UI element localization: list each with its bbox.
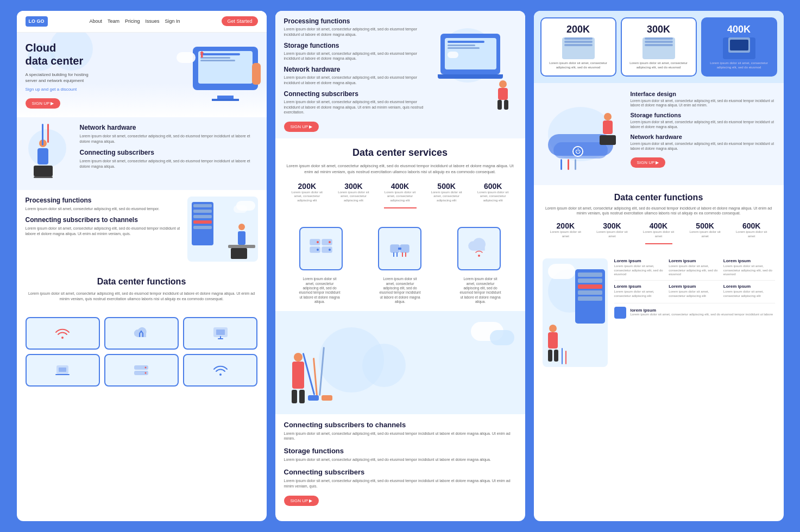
p3-network-text: Lorem ipsum dolor sit amet, consectetur … [631,142,775,151]
nav-links: About Team Pricing Issues Sign In [54,18,216,24]
p3-lorem-text: lorem ipsum Lorem ipsum dolor sit amet, … [631,308,773,317]
services-text: Lorem ipsum dolor sit amet, consectetur … [284,163,516,175]
p3-col-2-r1: Lorem ipsum Lorem ipsum dolor sit amet, … [669,258,720,277]
hero-signup-button[interactable]: SIGN UP ▶ [26,98,61,109]
p3-storage-title: Storage functions [631,112,775,118]
p3-col-2-r2: Lorem ipsum Lorem ipsum dolor sit amet, … [669,284,720,299]
hero-text: Clouddata center A specialized building … [26,41,166,109]
cable-wire2 [47,124,49,143]
svg-rect-17 [400,245,409,252]
svg-rect-1 [216,330,225,335]
nav-issues[interactable]: Issues [145,18,159,24]
nav-about[interactable]: About [89,18,102,24]
svg-point-7 [145,372,147,373]
p3-server-person-illus [543,258,608,367]
nav-bar: LO GO About Team Pricing Issues Sign In … [17,11,267,33]
icon-wifi [26,317,100,350]
wifi-icon [54,325,71,342]
hero-illustration: ⬆ [171,41,258,106]
card-illus-3 [723,37,755,59]
p2-cloud2 [490,330,514,345]
p3-stat-400k: 400K Lorem ipsum dolor sit amet [639,221,677,239]
p3-col-1-r1: Lorem ipsum Lorem ipsum dolor sit amet, … [614,258,666,277]
p3-card-300k: 300K Lorem ipsum dolor sit amet, consect… [621,17,697,77]
p3-stat-500k: 500K Lorem ipsum dolor sit amet [686,221,724,239]
p3-card-200k: 200K Lorem ipsum dolor sit amet, consect… [540,17,616,77]
icon-cloud [104,317,179,350]
panel-3: 200K Lorem ipsum dolor sit amet, consect… [534,11,784,521]
p3-dc-title: Data center functions [543,193,775,202]
p2-conn-channels-title: Connecting subscribers to channels [284,421,516,429]
p3-stat-cards: 200K Lorem ipsum dolor sit amet, consect… [534,11,784,83]
p2-network-title: Network hardware [284,66,430,73]
services-stats: 200K Lorem ipsum dolor sit amet, consect… [284,182,516,203]
p2-processing-text: Lorem ipsum dolor sit amet, consectetur … [284,27,430,37]
p3-stat-300k: 300K Lorem ipsum dolor sit amet [593,221,631,239]
p3-power-icon: ⏻ [572,146,583,157]
card-illus-1 [562,37,595,59]
p3-middle-section: ⏻ Interface design Lorem ipsum dolor sit… [534,83,784,185]
p2-network-text: Lorem ipsum dolor sit amet, consectetur … [284,75,430,86]
p3-table-row-1: Lorem ipsum Lorem ipsum dolor sit amet, … [614,258,775,277]
laptop-icon [54,362,71,379]
p2-icon-descriptions: Lorem ipsum dolor sit amet, consectetur … [275,277,525,311]
cloud-illus [177,52,196,63]
monitor-base [212,99,239,101]
network-connecting-section: Network hardware Lorem ipsum dolor sit a… [17,117,267,190]
p3-col-3-r1: Lorem ipsum Lorem ipsum dolor sit amet, … [723,258,775,277]
processing-section: Processing functions Lorem ipsum dolor s… [17,190,267,268]
p2-connecting-text: Lorem ipsum dolor sit amet, consectetur … [284,99,430,115]
svg-rect-3 [59,368,66,372]
svg-point-12 [317,241,319,243]
services-section: Data center services Lorem ipsum dolor s… [275,138,525,220]
svg-rect-16 [390,245,399,252]
p3-middle-signup-button[interactable]: SIGN UP ▶ [631,157,666,168]
p2-bottom-signup-button[interactable]: SIGN UP ▶ [284,496,319,506]
p3-cloud-person-illus: ⏻ [543,91,624,178]
icon-grid [17,317,267,395]
p3-red-line [645,243,672,244]
cloud-icon [133,325,150,342]
p3-bottom-person [548,325,558,362]
p3-bottom-section: Lorem ipsum Lorem ipsum dolor sit amet, … [534,252,784,373]
panel-1: LO GO About Team Pricing Issues Sign In … [17,11,267,521]
p2-storage2-text: Lorem ipsum dolor sit amet, consectetur … [284,457,516,463]
person-laptop-illus [26,124,74,183]
dc-functions-section: Data center functions Lorem ipsum dolor … [17,268,267,317]
conn-channels-title: Connecting subscribers to channels [26,216,182,224]
hero-section: Clouddata center A specialized building … [17,33,267,117]
p2-icon-desc-3: Lorem ipsum dolor sit amet, consectetur … [459,277,502,305]
wifi2-icon [212,362,229,379]
svg-point-14 [317,249,319,251]
p3-interface-text: Lorem ipsum dolor sit amet, consectetur … [631,99,775,108]
arrow-icon: ⬆ [198,49,205,60]
stat-300k: 300K Lorem ipsum dolor sit amet, consect… [335,182,373,203]
cloud-wifi-icon [465,235,493,262]
p3-network-title: Network hardware [631,134,775,140]
p2-top-text: Processing functions Lorem ipsum dolor s… [284,17,430,132]
p3-table-row-2: Lorem ipsum Lorem ipsum dolor sit amet, … [614,280,775,299]
p2-icon-desc-1: Lorem ipsum dolor sit amet, consectetur … [298,277,342,305]
person-figure [252,63,261,85]
cable-wire [42,124,43,145]
icon-server [104,354,179,387]
hero-description: A specialized building for hostingserver… [26,72,166,84]
network-hardware-text: Lorem ipsum dolor sit amet, consectetur … [80,134,258,144]
p2-bottom-text: Connecting subscribers to channels Lorem… [275,414,525,512]
nav-signin[interactable]: Sign In [165,18,180,24]
connecting-subs-text: Lorem ipsum dolor sit amet, consectetur … [80,159,258,169]
hero-title: Clouddata center [26,41,166,67]
p2-bottom-illustration [275,311,525,414]
p2-person-cable [292,353,305,403]
panel-2: Processing functions Lorem ipsum dolor s… [275,11,525,521]
stat-600k: 600K Lorem ipsum dolor sit amet, consect… [474,182,512,203]
p2-laptop-base [438,74,503,79]
nav-pricing[interactable]: Pricing [125,18,140,24]
svg-point-15 [329,249,331,251]
icon-monitor [183,317,257,350]
nav-cta-button[interactable]: Get Started [222,16,257,26]
p2-signup-button[interactable]: SIGN UP ▶ [284,122,319,132]
server-icon [133,362,150,379]
nav-team[interactable]: Team [108,18,119,24]
stat-underline [384,207,417,208]
